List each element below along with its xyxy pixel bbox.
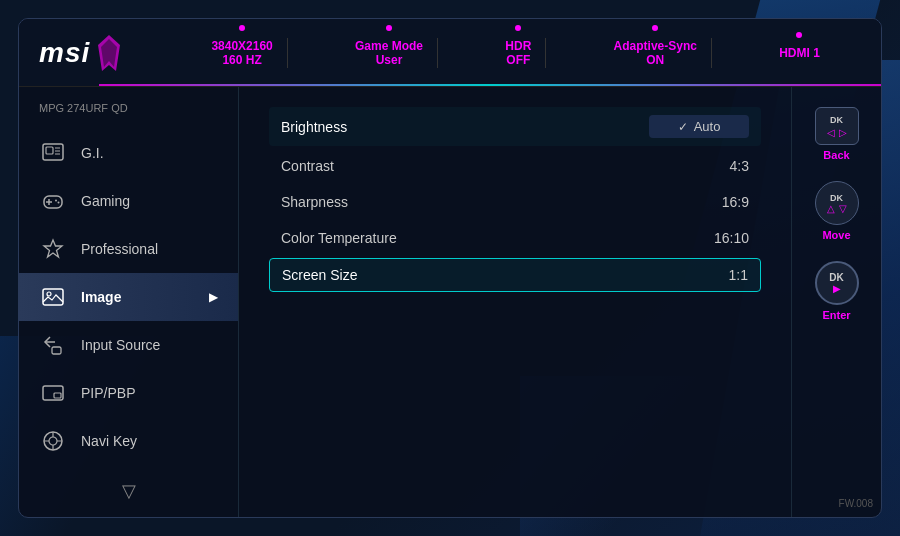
right-panel: DK ◁ ▷ Back DK △ ▽ Move — [791, 87, 881, 517]
enter-label: Enter — [822, 309, 850, 321]
menu-row-screen-size[interactable]: Screen Size 1:1 — [269, 258, 761, 292]
menu-row-contrast[interactable]: Contrast 4:3 — [269, 150, 761, 182]
image-label: Image — [81, 289, 121, 305]
monitor-ui: msi 3840X2160 160 HZ Game Mode User HDR — [18, 18, 882, 518]
header-game-mode: Game Mode User — [340, 39, 438, 67]
professional-icon — [39, 235, 67, 263]
input-source-icon — [39, 331, 67, 359]
professional-label: Professional — [81, 241, 158, 257]
gaming-icon — [39, 187, 67, 215]
gaming-label: Gaming — [81, 193, 130, 209]
sidebar-item-gi[interactable]: G.I. — [19, 129, 238, 177]
move-button[interactable]: DK △ ▽ Move — [815, 181, 859, 241]
svg-rect-18 — [54, 393, 61, 398]
msi-text: msi — [39, 37, 90, 69]
input-source-label: Input Source — [81, 337, 160, 353]
menu-row-color-temp[interactable]: Color Temperature 16:10 — [269, 222, 761, 254]
enter-button[interactable]: DK ▶ Enter — [815, 261, 859, 321]
back-label: Back — [823, 149, 849, 161]
navi-key-icon — [39, 427, 67, 455]
brightness-label: Brightness — [281, 119, 649, 135]
move-dk-label: DK — [830, 193, 843, 203]
header-items: 3840X2160 160 HZ Game Mode User HDR OFF … — [150, 39, 861, 67]
contrast-value: 4:3 — [669, 158, 749, 174]
resolution-dot — [239, 25, 245, 31]
hdr-dot — [515, 25, 521, 31]
back-button[interactable]: DK ◁ ▷ Back — [815, 107, 859, 161]
sidebar-more[interactable]: ▽ — [19, 465, 238, 517]
msi-dragon-icon — [98, 35, 120, 71]
svg-point-14 — [47, 292, 51, 296]
body: MPG 274URF QD G.I. — [19, 87, 881, 517]
active-arrow: ▶ — [209, 290, 218, 304]
header-line — [99, 84, 881, 86]
navi-key-label: Navi Key — [81, 433, 137, 449]
adaptive-sync-dot — [652, 25, 658, 31]
svg-point-20 — [49, 437, 57, 445]
menu-row-sharpness[interactable]: Sharpness 16:9 — [269, 186, 761, 218]
model-name: MPG 274URF QD — [19, 102, 238, 129]
menu-row-brightness[interactable]: Brightness ✓ Auto — [269, 107, 761, 146]
sidebar-item-image[interactable]: Image ▶ — [19, 273, 238, 321]
pip-icon — [39, 379, 67, 407]
pip-pbp-label: PIP/PBP — [81, 385, 135, 401]
svg-rect-16 — [52, 347, 61, 354]
sharpness-label: Sharpness — [281, 194, 669, 210]
gi-icon — [39, 139, 67, 167]
screen-size-label: Screen Size — [282, 267, 668, 283]
sidebar-item-professional[interactable]: Professional — [19, 225, 238, 273]
header: msi 3840X2160 160 HZ Game Mode User HDR — [19, 19, 881, 87]
svg-marker-12 — [44, 240, 62, 257]
screen-size-value: 1:1 — [668, 267, 748, 283]
move-label: Move — [822, 229, 850, 241]
svg-rect-13 — [43, 289, 63, 305]
brightness-value: ✓ Auto — [649, 115, 749, 138]
sidebar-item-gaming[interactable]: Gaming — [19, 177, 238, 225]
sidebar-item-input-source[interactable]: Input Source — [19, 321, 238, 369]
svg-point-11 — [58, 202, 60, 204]
msi-logo: msi — [39, 35, 120, 71]
header-input: HDMI 1 — [764, 46, 835, 60]
sharpness-value: 16:9 — [669, 194, 749, 210]
header-resolution: 3840X2160 160 HZ — [196, 39, 287, 67]
color-temp-value: 16:10 — [669, 230, 749, 246]
image-icon — [39, 283, 67, 311]
header-adaptive-sync: Adaptive-Sync ON — [599, 39, 712, 67]
sidebar: MPG 274URF QD G.I. — [19, 87, 239, 517]
sidebar-item-pip-pbp[interactable]: PIP/PBP — [19, 369, 238, 417]
svg-point-10 — [55, 200, 57, 202]
back-dk-label: DK — [830, 115, 843, 125]
color-temp-label: Color Temperature — [281, 230, 669, 246]
main-content: Brightness ✓ Auto Contrast 4:3 Sharpness… — [239, 87, 791, 517]
svg-rect-3 — [46, 147, 53, 154]
input-dot — [796, 32, 802, 38]
sidebar-item-navi-key[interactable]: Navi Key — [19, 417, 238, 465]
fw-version: FW.008 — [839, 498, 873, 509]
gamemode-dot — [386, 25, 392, 31]
contrast-label: Contrast — [281, 158, 669, 174]
gi-label: G.I. — [81, 145, 104, 161]
header-hdr: HDR OFF — [490, 39, 546, 67]
enter-dk-label: DK — [829, 272, 843, 283]
